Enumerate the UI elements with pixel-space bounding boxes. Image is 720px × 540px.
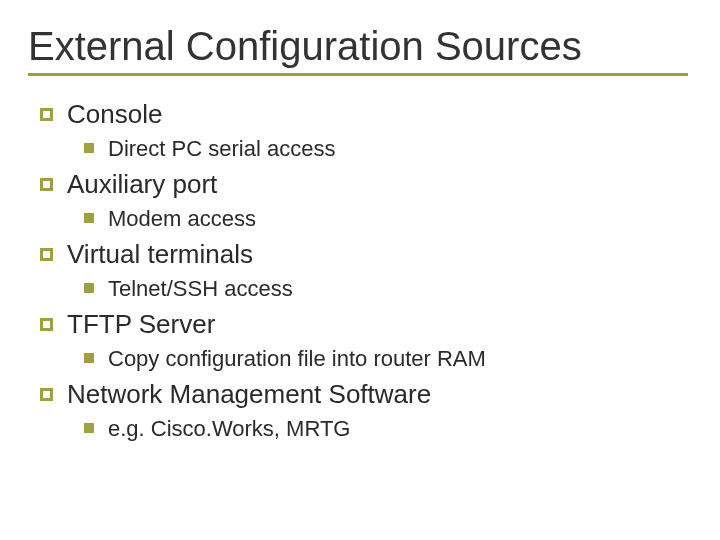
- list-subitem: Telnet/SSH access: [84, 275, 692, 303]
- list-subitem-label: Telnet/SSH access: [108, 275, 293, 303]
- list-item-label: Network Management Software: [67, 378, 431, 411]
- slide-title: External Configuration Sources: [28, 24, 692, 69]
- list-subitem: Copy configuration file into router RAM: [84, 345, 692, 373]
- list-item-label: Virtual terminals: [67, 238, 253, 271]
- list-subitem-label: Modem access: [108, 205, 256, 233]
- list-item-label: Console: [67, 98, 162, 131]
- square-outline-icon: [40, 388, 53, 401]
- list-item-label: TFTP Server: [67, 308, 215, 341]
- square-outline-icon: [40, 108, 53, 121]
- slide-content: Console Direct PC serial access Auxiliar…: [28, 98, 692, 442]
- list-item: Auxiliary port: [40, 168, 692, 201]
- list-item: TFTP Server: [40, 308, 692, 341]
- square-solid-icon: [84, 283, 94, 293]
- list-subitem-label: Copy configuration file into router RAM: [108, 345, 486, 373]
- list-subitem-label: e.g. Cisco.Works, MRTG: [108, 415, 350, 443]
- square-outline-icon: [40, 318, 53, 331]
- list-item: Console: [40, 98, 692, 131]
- list-subitem-label: Direct PC serial access: [108, 135, 335, 163]
- list-item-label: Auxiliary port: [67, 168, 217, 201]
- square-solid-icon: [84, 143, 94, 153]
- square-solid-icon: [84, 213, 94, 223]
- title-underline: [28, 73, 688, 76]
- slide: External Configuration Sources Console D…: [0, 0, 720, 540]
- square-outline-icon: [40, 248, 53, 261]
- square-solid-icon: [84, 423, 94, 433]
- square-outline-icon: [40, 178, 53, 191]
- list-subitem: Modem access: [84, 205, 692, 233]
- list-item: Virtual terminals: [40, 238, 692, 271]
- list-item: Network Management Software: [40, 378, 692, 411]
- list-subitem: e.g. Cisco.Works, MRTG: [84, 415, 692, 443]
- square-solid-icon: [84, 353, 94, 363]
- list-subitem: Direct PC serial access: [84, 135, 692, 163]
